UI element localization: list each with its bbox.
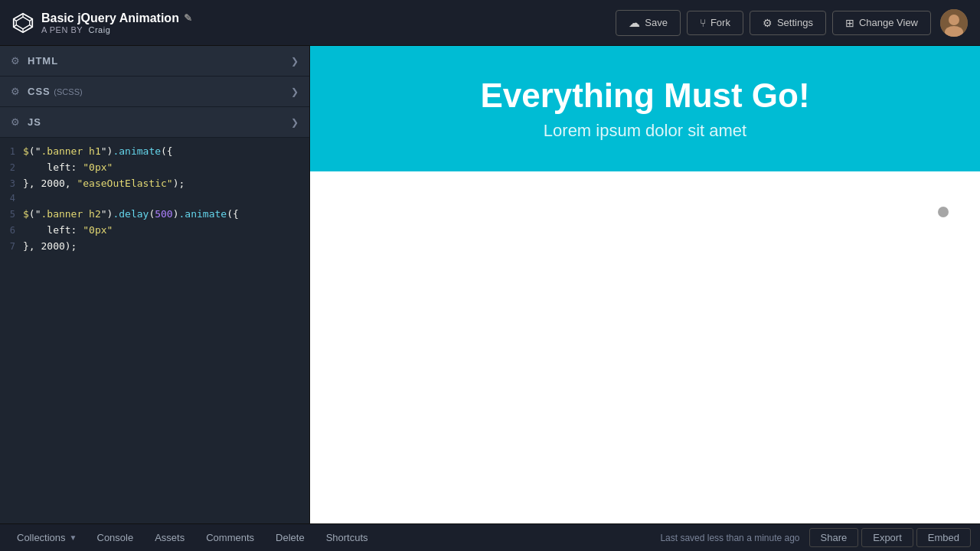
settings-gear-icon: ⚙ — [763, 17, 773, 29]
line-number: 1 — [0, 145, 23, 159]
code-line: 4 — [0, 191, 309, 207]
assets-button[interactable]: Assets — [145, 529, 194, 546]
save-status: Last saved less than a minute ago — [660, 533, 799, 543]
pen-title: Basic jQuery Animation ✎ — [41, 11, 192, 25]
line-content[interactable]: }, 2000); — [23, 239, 306, 255]
line-number: 6 — [0, 223, 23, 238]
css-panel-header[interactable]: ⚙ CSS (SCSS) ❯ — [0, 77, 309, 107]
main-content: ⚙ HTML ❯ ⚙ CSS (SCSS) ❯ ⚙ JS ❯ — [0, 46, 980, 523]
preview-content: Everything Must Go! Lorem ipsum dolor si… — [310, 46, 980, 523]
pen-author: A PEN BY Craig — [41, 25, 192, 34]
settings-button[interactable]: ⚙ Settings — [750, 11, 826, 35]
pen-title-text: Basic jQuery Animation — [41, 11, 179, 25]
avatar[interactable] — [940, 9, 968, 37]
js-chevron-icon: ❯ — [291, 117, 299, 128]
delete-button[interactable]: Delete — [266, 529, 314, 546]
comments-button[interactable]: Comments — [197, 529, 263, 546]
export-button[interactable]: Export — [861, 528, 913, 547]
css-settings-gear-icon[interactable]: ⚙ — [11, 86, 20, 97]
share-button[interactable]: Share — [809, 528, 859, 547]
css-chevron-icon: ❯ — [291, 86, 299, 97]
line-number: 4 — [0, 191, 23, 206]
html-settings-gear-icon[interactable]: ⚙ — [11, 55, 20, 67]
edit-pen-icon[interactable]: ✎ — [184, 12, 192, 24]
change-view-icon: ⊞ — [845, 17, 854, 29]
line-number: 2 — [0, 161, 23, 175]
change-view-button[interactable]: ⊞ Change View — [832, 11, 931, 35]
preview-banner: Everything Must Go! Lorem ipsum dolor si… — [310, 46, 980, 171]
js-panel-header[interactable]: ⚙ JS ❯ — [0, 107, 309, 138]
html-chevron-icon: ❯ — [291, 56, 299, 67]
code-line: 6 left: "0px" — [0, 223, 309, 239]
code-line: 1$(".banner h1").animate({ — [0, 144, 309, 160]
line-content[interactable]: left: "0px" — [23, 160, 306, 176]
svg-marker-1 — [16, 17, 30, 29]
fork-button[interactable]: ⑂ Fork — [687, 11, 743, 35]
code-line: 7}, 2000); — [0, 239, 309, 255]
js-panel-section: ⚙ JS ❯ 1$(".banner h1").animate({2 left:… — [0, 107, 309, 523]
codepen-logo-icon — [12, 12, 34, 34]
line-content[interactable]: }, 2000, "easeOutElastic"); — [23, 176, 306, 192]
shortcuts-button[interactable]: Shortcuts — [317, 529, 377, 546]
header: Basic jQuery Animation ✎ A PEN BY Craig … — [0, 0, 980, 46]
svg-point-9 — [949, 15, 959, 25]
js-panel-label: JS — [28, 116, 291, 128]
left-panel: ⚙ HTML ❯ ⚙ CSS (SCSS) ❯ ⚙ JS ❯ — [0, 46, 310, 523]
js-settings-gear-icon[interactable]: ⚙ — [11, 116, 20, 128]
code-line: 3}, 2000, "easeOutElastic"); — [0, 176, 309, 192]
title-area: Basic jQuery Animation ✎ A PEN BY Craig — [41, 11, 192, 34]
code-line: 2 left: "0px" — [0, 160, 309, 176]
cloud-icon: ☁ — [629, 16, 640, 30]
code-line: 5$(".banner h2").delay(500).animate({ — [0, 207, 309, 223]
collections-chevron-icon: ▼ — [70, 533, 77, 542]
save-button[interactable]: ☁ Save — [616, 10, 681, 36]
preview-panel: Everything Must Go! Lorem ipsum dolor si… — [310, 46, 980, 523]
html-panel-label: HTML — [28, 55, 291, 67]
collections-button[interactable]: Collections ▼ — [9, 529, 85, 546]
banner-subheading: Lorem ipsum dolor sit amet — [544, 121, 746, 141]
css-panel-label: CSS (SCSS) — [28, 86, 291, 97]
banner-heading: Everything Must Go! — [480, 77, 809, 115]
line-content[interactable]: $(".banner h2").delay(500).animate({ — [23, 207, 306, 223]
fork-icon: ⑂ — [700, 17, 706, 29]
console-button[interactable]: Console — [88, 529, 143, 546]
css-panel-section: ⚙ CSS (SCSS) ❯ — [0, 77, 309, 107]
header-actions: ☁ Save ⑂ Fork ⚙ Settings ⊞ Change View — [616, 9, 968, 37]
bottom-bar: Collections ▼ Console Assets Comments De… — [0, 523, 980, 551]
line-content[interactable]: $(".banner h1").animate({ — [23, 144, 306, 160]
line-content[interactable]: left: "0px" — [23, 223, 306, 239]
bottom-right-actions: Last saved less than a minute ago Share … — [660, 528, 971, 547]
html-panel-section: ⚙ HTML ❯ — [0, 46, 309, 77]
html-panel-header[interactable]: ⚙ HTML ❯ — [0, 46, 309, 77]
line-number: 3 — [0, 177, 23, 191]
bottom-left-actions: Collections ▼ Console Assets Comments De… — [9, 529, 377, 546]
embed-button[interactable]: Embed — [916, 528, 971, 547]
header-left: Basic jQuery Animation ✎ A PEN BY Craig — [12, 11, 192, 34]
line-number: 5 — [0, 207, 23, 222]
js-editor[interactable]: 1$(".banner h1").animate({2 left: "0px"3… — [0, 138, 309, 523]
line-number: 7 — [0, 240, 23, 254]
